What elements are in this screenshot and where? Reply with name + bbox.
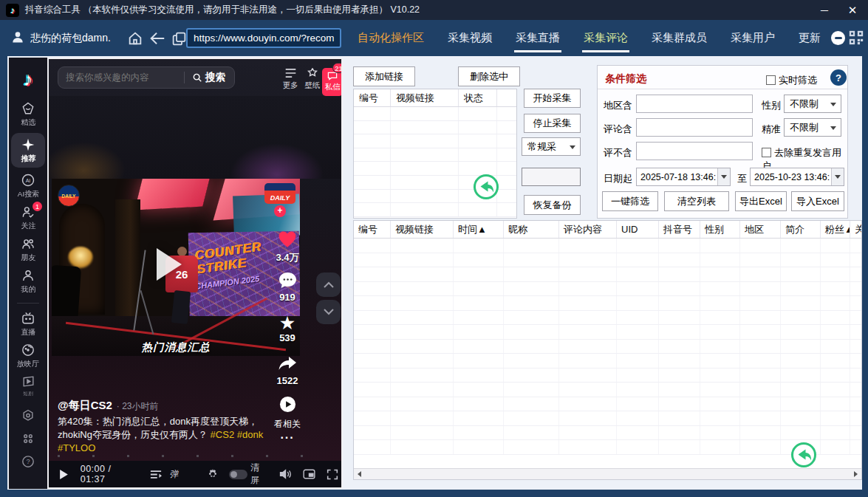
checkbox-icon[interactable] <box>762 148 771 157</box>
follow-plus-button[interactable]: + <box>274 205 286 217</box>
douyin-search-bar[interactable]: 搜索 <box>58 66 235 89</box>
dm-count-badge: 21 <box>332 63 343 73</box>
hashtag-tyloo[interactable]: #TYLOO <box>58 442 272 455</box>
search-input[interactable] <box>58 72 184 83</box>
video-author[interactable]: @每日CS2· 23小时前 <box>58 399 159 413</box>
col-comment[interactable]: 评论内容 <box>559 221 617 238</box>
tab-automation[interactable]: 自动化操作区 <box>346 20 436 56</box>
col-nickname[interactable]: 昵称 <box>504 221 559 238</box>
undo-backup-icon[interactable] <box>473 174 499 200</box>
help-button[interactable]: ? <box>830 69 847 86</box>
like-button[interactable]: 3.4万 <box>269 230 306 264</box>
mini-player-button[interactable] <box>301 469 319 479</box>
sidebar-item-friends[interactable]: 朋友 <box>11 236 45 263</box>
scroll-right-arrow[interactable] <box>850 469 861 479</box>
playlist-button[interactable] <box>146 470 165 479</box>
date-to-picker[interactable]: 2025-10-23 13:46: <box>750 168 844 186</box>
restore-backup-button[interactable]: 恢复备份 <box>524 195 581 215</box>
col-uid[interactable]: UID <box>617 221 659 238</box>
tab-collect-comments[interactable]: 采集评论 <box>572 20 640 56</box>
hashtags[interactable]: #CS2 #donk <box>211 429 264 440</box>
comment-excludes-input[interactable] <box>636 142 753 160</box>
close-button[interactable]: ✕ <box>838 0 867 20</box>
col-video-link[interactable]: 视频链接 <box>391 221 454 238</box>
search-button[interactable]: 搜索 <box>185 71 234 84</box>
more-menu[interactable]: 更多 <box>279 68 301 91</box>
col-number[interactable]: 编号 <box>354 89 391 106</box>
tab-update[interactable]: 更新 <box>787 20 833 56</box>
next-video-button[interactable] <box>316 300 341 324</box>
col-bio[interactable]: 简介 <box>781 221 821 238</box>
favorite-button[interactable]: ★ 539 <box>269 313 306 343</box>
sidebar-item-cinema[interactable]: 放映厅 <box>11 343 45 369</box>
col-fans-sort[interactable]: 粉丝▲ <box>821 221 850 238</box>
region-input[interactable] <box>636 95 753 113</box>
col-status[interactable]: 状态 <box>459 89 497 106</box>
start-collect-button[interactable]: 开始采集 <box>524 89 581 108</box>
sidebar-item-recommend[interactable]: 推荐 <box>11 133 45 168</box>
col-douyin-id[interactable]: 抖音号 <box>659 221 700 238</box>
sidebar-item-live[interactable]: 直播 <box>11 311 45 337</box>
import-excel-button[interactable]: 导入Excel <box>791 191 844 211</box>
date-from-picker[interactable]: 2025-07-18 13:46: <box>636 168 731 186</box>
sidebar-item-featured[interactable]: 精选 <box>11 101 45 128</box>
stop-collect-button[interactable]: 停止采集 <box>524 114 581 133</box>
sidebar-item-short-drama[interactable]: 短剧 <box>11 374 45 397</box>
sidebar-item-following[interactable]: 1 关注 <box>11 205 45 231</box>
sidebar-item-ai-search[interactable]: Ai AI搜索 <box>11 173 45 199</box>
previous-video-button[interactable] <box>316 273 341 297</box>
volume-button[interactable] <box>276 469 295 479</box>
scroll-left-arrow[interactable] <box>354 469 365 479</box>
col-follow[interactable]: 关 <box>850 221 861 238</box>
clear-screen-toggle[interactable] <box>229 470 247 479</box>
play-overlay-icon[interactable] <box>157 248 182 281</box>
checkbox-icon[interactable] <box>766 75 776 85</box>
col-region[interactable]: 地区 <box>740 221 781 238</box>
url-input[interactable] <box>186 28 341 48</box>
horizontal-scrollbar[interactable] <box>354 468 861 479</box>
channel-avatar-badge[interactable]: DAILY <box>58 185 80 207</box>
minus-circle-icon[interactable] <box>831 31 845 45</box>
sidebar-help[interactable]: ? <box>11 454 45 469</box>
video-frame[interactable]: COUNTERSTRIKE CHAMPION 2025 26 DAILY <box>52 179 300 356</box>
sidebar-apps[interactable] <box>11 431 45 446</box>
one-key-filter-button[interactable]: 一键筛选 <box>602 191 658 211</box>
collect-mode-select[interactable]: 常规采 <box>522 137 581 156</box>
export-excel-button[interactable]: 导出Excel <box>735 191 787 211</box>
comment-button[interactable]: 919 <box>269 272 306 303</box>
danmaku-toggle[interactable]: 弹 <box>165 468 183 481</box>
minimize-button[interactable]: ─ <box>810 0 839 20</box>
account-area[interactable]: 悲伤的荷包damn. <box>10 30 111 47</box>
wallpaper-menu[interactable]: 壁纸 <box>301 68 324 91</box>
home-icon[interactable] <box>126 30 145 47</box>
channel-logo-badge[interactable]: DAILY <box>264 183 295 204</box>
watch-related-button[interactable]: 看相关 <box>269 396 306 431</box>
col-video-link[interactable]: 视频链接 <box>391 89 459 106</box>
share-button[interactable]: 1522 <box>269 356 306 386</box>
back-icon[interactable] <box>148 30 167 47</box>
col-gender[interactable]: 性别 <box>700 221 740 238</box>
tab-collect-users[interactable]: 采集用户 <box>719 20 787 56</box>
more-actions-button[interactable]: ··· <box>269 431 306 445</box>
chevron-down-icon[interactable] <box>831 168 844 185</box>
tab-collect-video[interactable]: 采集视频 <box>436 20 504 56</box>
undo-backup-icon[interactable] <box>790 442 817 468</box>
fullscreen-button[interactable] <box>323 469 341 480</box>
comment-contains-input[interactable] <box>636 118 753 137</box>
play-button[interactable] <box>55 469 73 480</box>
settings-button[interactable] <box>204 468 222 480</box>
add-link-button[interactable]: 添加链接 <box>353 66 415 86</box>
sidebar-item-me[interactable]: 我的 <box>11 268 45 295</box>
chevron-down-icon[interactable] <box>717 168 730 185</box>
realtime-filter-checkbox[interactable]: 实时筛选 <box>766 74 817 87</box>
tab-collect-group-members[interactable]: 采集群成员 <box>640 20 719 56</box>
col-number[interactable]: 编号 <box>354 221 391 238</box>
qr-code-icon[interactable] <box>848 30 864 49</box>
col-time-sort[interactable]: 时间▲ <box>454 221 504 238</box>
tab-collect-live[interactable]: 采集直播 <box>504 20 572 56</box>
sidebar-settings[interactable] <box>11 408 45 423</box>
clear-list-button[interactable]: 清空列表 <box>664 191 729 211</box>
gender-select[interactable]: 不限制 <box>784 95 841 113</box>
delete-selected-button[interactable]: 删除选中 <box>458 66 520 86</box>
precise-select[interactable]: 不限制 <box>784 118 841 137</box>
